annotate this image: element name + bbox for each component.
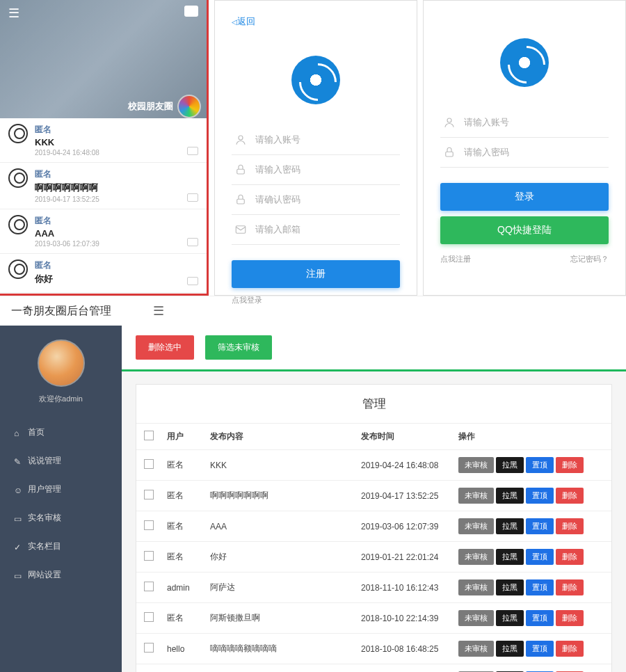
app-logo-icon [500, 38, 549, 87]
delete-button[interactable]: 删除 [556, 518, 584, 534]
pin-button[interactable]: 置顶 [526, 457, 554, 473]
select-all-checkbox[interactable] [144, 431, 154, 440]
sidebar-item-label: 实名栏目 [28, 541, 61, 552]
sidebar-item-label: 网站设置 [28, 569, 61, 581]
unaudited-button[interactable]: 未审核 [458, 518, 494, 534]
blacklist-button[interactable]: 拉黑 [496, 549, 524, 565]
cell-user: admin [161, 664, 204, 673]
pin-button[interactable]: 置顶 [526, 579, 554, 595]
cell-user: admin [161, 573, 204, 603]
table-row: 匿名 你好 2019-01-21 22:01:24 未审核 拉黑 置顶 删除 [136, 542, 611, 573]
delete-button[interactable]: 删除 [556, 641, 584, 657]
unaudited-button[interactable]: 未审核 [458, 579, 494, 595]
login-link[interactable]: 点我登录 [232, 295, 400, 305]
row-checkbox[interactable] [144, 551, 154, 561]
data-table: 管理 用户 发布内容 发布时间 操作 匿名 KKK 2019-04-24 16:… [136, 384, 612, 672]
cell-time: 2018-10-08 16:48:25 [355, 634, 453, 664]
delete-button[interactable]: 删除 [556, 457, 584, 473]
feed-item-date: 2019-04-24 16:48:08 [35, 149, 198, 157]
delete-selected-button[interactable]: 删除选中 [136, 335, 194, 360]
feed-item[interactable]: 匿名 啊啊啊啊啊啊啊 2019-04-17 13:52:25 [0, 163, 207, 209]
unaudited-button[interactable]: 未审核 [458, 457, 494, 473]
delete-button[interactable]: 删除 [556, 579, 584, 595]
more-icon[interactable] [187, 277, 198, 285]
cell-user: 匿名 [161, 542, 204, 573]
row-checkbox[interactable] [144, 612, 154, 622]
row-checkbox[interactable] [144, 643, 154, 653]
table-row: 匿名 啊啊啊啊啊啊啊 2019-04-17 13:52:25 未审核 拉黑 置顶… [136, 481, 611, 511]
sidebar-item[interactable]: ▭实名审核 [0, 504, 122, 532]
row-checkbox[interactable] [144, 582, 154, 591]
table-header-row: 用户 发布内容 发布时间 操作 [136, 424, 611, 450]
row-checkbox[interactable] [144, 459, 154, 469]
password-input[interactable]: 请输入密码 [440, 138, 609, 168]
app-logo-icon [177, 95, 201, 118]
blacklist-button[interactable]: 拉黑 [496, 518, 524, 534]
sidebar-item[interactable]: ⌂首页 [0, 418, 122, 447]
feed-item-text: 啊啊啊啊啊啊啊 [35, 182, 198, 194]
menu-icon[interactable]: ☰ [153, 303, 164, 319]
pin-button[interactable]: 置顶 [526, 641, 554, 657]
feed-item-text: 你好 [35, 273, 198, 285]
row-checkbox[interactable] [144, 490, 154, 499]
feed-item-text: KKK [35, 137, 198, 147]
svg-rect-2 [237, 199, 245, 204]
delete-button[interactable]: 删除 [556, 610, 584, 626]
register-button[interactable]: 注册 [232, 260, 400, 288]
cell-user: 匿名 [161, 481, 204, 511]
forgot-link[interactable]: 忘记密码？ [570, 254, 609, 264]
qq-login-button[interactable]: QQ快捷登陆 [440, 216, 609, 244]
feed-item[interactable]: 匿名 KKK 2019-04-24 16:48:08 [0, 118, 207, 163]
menu-icon[interactable]: ☰ [8, 6, 19, 21]
cell-user: 匿名 [161, 450, 204, 481]
feed-header: ☰ 校园朋友圈 [0, 0, 207, 118]
cell-content: 啊啊啊啊 [204, 664, 355, 673]
delete-button[interactable]: 删除 [556, 488, 584, 504]
blacklist-button[interactable]: 拉黑 [496, 457, 524, 473]
pin-button[interactable]: 置顶 [526, 488, 554, 504]
back-link[interactable]: ◁返回 [232, 15, 255, 28]
register-panel: ◁返回 请输入账号 请输入密码 请确认密码 请输入邮箱 注册 点我登录 [214, 0, 417, 296]
feed-item[interactable]: 匿名 AAA 2019-03-06 12:07:39 [0, 209, 207, 254]
more-icon[interactable] [187, 147, 198, 155]
unaudited-button[interactable]: 未审核 [458, 549, 494, 565]
login-button[interactable]: 登录 [440, 183, 609, 211]
sidebar-item[interactable]: ✎说说管理 [0, 447, 122, 475]
blacklist-button[interactable]: 拉黑 [496, 610, 524, 626]
pin-button[interactable]: 置顶 [526, 518, 554, 534]
camera-icon[interactable] [184, 6, 198, 17]
register-link[interactable]: 点我注册 [440, 254, 471, 264]
pin-button[interactable]: 置顶 [526, 549, 554, 565]
unaudited-button[interactable]: 未审核 [458, 641, 494, 657]
cell-content: 嘀嘀嘀嘀额嘀嘀嘀 [204, 634, 355, 664]
table-row: 匿名 KKK 2019-04-24 16:48:08 未审核 拉黑 置顶 删除 [136, 450, 611, 481]
feed-item-name: 匿名 [35, 215, 198, 227]
sidebar-item[interactable]: ✓实名栏目 [0, 532, 122, 561]
sidebar-item[interactable]: ☺用户管理 [0, 475, 122, 504]
unaudited-button[interactable]: 未审核 [458, 488, 494, 504]
blacklist-button[interactable]: 拉黑 [496, 641, 524, 657]
account-input[interactable]: 请输入账号 [440, 108, 609, 138]
cell-content: 你好 [204, 542, 355, 573]
sidebar-item-label: 说说管理 [28, 455, 61, 467]
col-content: 发布内容 [204, 424, 355, 450]
more-icon[interactable] [187, 193, 198, 202]
table-row: 匿名 AAA 2019-03-06 12:07:39 未审核 拉黑 置顶 删除 [136, 511, 611, 542]
email-input[interactable]: 请输入邮箱 [232, 215, 400, 245]
cell-time: 2019-04-17 13:52:25 [355, 481, 453, 511]
row-checkbox[interactable] [144, 520, 154, 530]
blacklist-button[interactable]: 拉黑 [496, 488, 524, 504]
delete-button[interactable]: 删除 [556, 549, 584, 565]
password-input[interactable]: 请输入密码 [232, 155, 400, 185]
lock-icon [234, 193, 247, 206]
blacklist-button[interactable]: 拉黑 [496, 579, 524, 595]
pin-button[interactable]: 置顶 [526, 610, 554, 626]
unaudited-button[interactable]: 未审核 [458, 610, 494, 626]
sidebar-item[interactable]: ▭网站设置 [0, 561, 122, 589]
action-bar: 删除选中 筛选未审核 [122, 326, 626, 371]
more-icon[interactable] [187, 238, 198, 246]
feed-item[interactable]: 匿名 你好 [0, 254, 207, 293]
filter-button[interactable]: 筛选未审核 [205, 335, 272, 360]
confirm-password-input[interactable]: 请确认密码 [232, 185, 400, 215]
account-input[interactable]: 请输入账号 [232, 125, 400, 155]
